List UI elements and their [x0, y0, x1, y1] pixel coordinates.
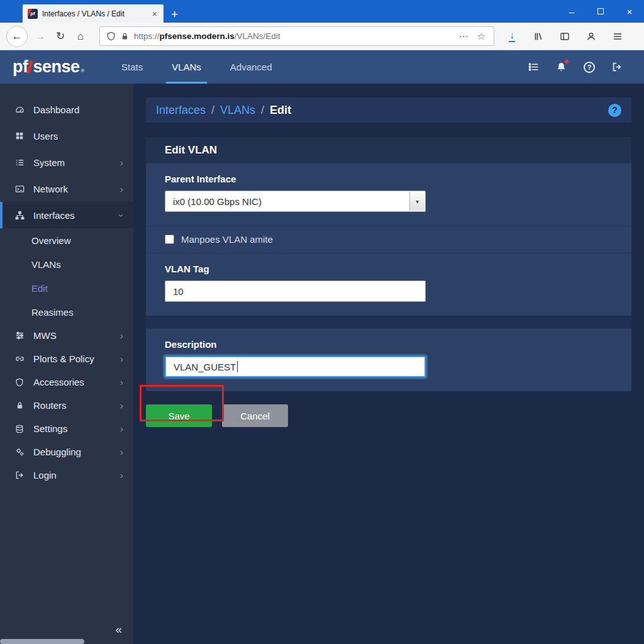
- chevron-right-icon: ›: [120, 377, 123, 387]
- logo-registered-mark: ®: [81, 68, 84, 74]
- nav-item-stats[interactable]: Stats: [107, 50, 157, 84]
- parent-interface-row: Parent Interface ix0 (10.00 Gbps NIC) ▾: [146, 163, 631, 226]
- logout-icon[interactable]: [612, 62, 623, 72]
- description-value: VLAN_GUEST: [174, 362, 236, 372]
- screen: pf Interfaces / VLANs / Edit × + – × ← →…: [0, 0, 644, 644]
- sidebar-item-debuggling[interactable]: Debuggling ›: [0, 440, 133, 464]
- back-button[interactable]: ←: [6, 26, 28, 47]
- sidebar-item-accessories[interactable]: Accessories ›: [0, 370, 133, 394]
- vlan-tag-row: VLAN Tag 10: [146, 253, 631, 316]
- downloads-button[interactable]: ↓: [502, 26, 522, 47]
- breadcrumb-separator: /: [211, 104, 214, 117]
- vlan-tag-input[interactable]: 10: [165, 280, 426, 302]
- forward-button[interactable]: →: [30, 26, 50, 47]
- download-icon: ↓: [509, 30, 515, 42]
- sidebar-item-plorts-policy[interactable]: Plorts & Policy ›: [0, 347, 133, 370]
- sidebar-item-label: Users: [33, 131, 58, 142]
- sidebar-toggle-button[interactable]: [555, 26, 575, 47]
- chevron-right-icon: ›: [120, 184, 123, 194]
- lock-icon: [121, 32, 129, 40]
- tab-close-icon[interactable]: ×: [151, 9, 158, 18]
- list-icon[interactable]: [528, 62, 539, 72]
- sidebar-item-label: Settings: [33, 423, 67, 434]
- form-actions: Save Cancel: [146, 404, 631, 427]
- menu-hamburger-icon[interactable]: [608, 26, 628, 47]
- sidebar-item-routers[interactable]: Routers ›: [0, 394, 133, 417]
- logo-sense: sense: [33, 57, 79, 77]
- minimize-button[interactable]: –: [557, 0, 586, 23]
- reload-button[interactable]: ↻: [50, 26, 70, 47]
- chevron-right-icon: ›: [120, 401, 123, 410]
- sidebar-collapse-icon[interactable]: «: [115, 623, 122, 636]
- sidebar-item-network[interactable]: Network ›: [0, 175, 133, 202]
- url-host: pfsense.modern.is: [160, 31, 235, 41]
- account-button[interactable]: [581, 26, 601, 47]
- logo-pf: pf: [13, 57, 28, 77]
- sidebar-item-label: Network: [33, 184, 68, 194]
- maximize-button[interactable]: [586, 0, 615, 23]
- window-controls: – ×: [557, 0, 644, 23]
- sidebar-item-users[interactable]: Users: [0, 123, 133, 149]
- tracking-shield-icon[interactable]: [106, 31, 116, 41]
- chevron-right-icon: ›: [120, 470, 123, 480]
- pfsense-logo[interactable]: pf sense ®: [13, 57, 84, 77]
- page-actions-icon[interactable]: ⋯: [457, 31, 470, 42]
- main-content: Interfaces / VLANs / Edit ? Edit VLAN Pa…: [133, 84, 644, 644]
- chevron-right-icon: ›: [120, 331, 123, 340]
- breadcrumb-separator: /: [261, 104, 264, 117]
- header-icons: ?: [528, 62, 631, 73]
- sidebar-item-login[interactable]: Login ›: [0, 464, 133, 487]
- page-help-icon[interactable]: ?: [608, 104, 621, 117]
- bookmark-star-icon[interactable]: ☆: [475, 31, 487, 42]
- sidebar-item-mws[interactable]: MWS ›: [0, 324, 133, 347]
- close-window-button[interactable]: ×: [615, 0, 644, 23]
- sidebar-item-label: Dashboard: [33, 104, 79, 115]
- browser-tab[interactable]: pf Interfaces / VLANs / Edit ×: [23, 4, 164, 23]
- description-row: Description VLAN_GUEST: [146, 328, 631, 391]
- breadcrumb-link-vlans[interactable]: VLANs: [220, 104, 255, 117]
- horizontal-scrollbar-thumb[interactable]: [0, 639, 84, 644]
- sidebar-item-interfaces[interactable]: Interfaces ›: [0, 202, 133, 228]
- dashboard-icon: [14, 105, 25, 114]
- url-bar[interactable]: https://pfsense.modern.is/VLANs/Edit ⋯ ☆: [99, 26, 494, 46]
- new-tab-button[interactable]: +: [171, 8, 178, 20]
- breadcrumb-current-edit: Edit: [270, 104, 291, 117]
- help-icon[interactable]: ?: [584, 62, 595, 73]
- sidebar-item-label: Plorts & Policy: [33, 353, 94, 364]
- app-header: pf sense ® Stats VLANs Advanced ?: [0, 50, 644, 84]
- parent-interface-select[interactable]: ix0 (10.00 Gbps NIC) ▾: [165, 191, 426, 212]
- vlan-checkbox-row: Manpoes VLAN amite: [146, 226, 631, 253]
- sidebar-subitem-overview[interactable]: Overview: [0, 228, 133, 252]
- save-button[interactable]: Save: [146, 404, 212, 427]
- breadcrumb-link-interfaces[interactable]: Interfaces: [156, 104, 206, 117]
- url-text: https://pfsense.modern.is/VLANs/Edit: [134, 31, 452, 41]
- sidebar-subitem-vlans[interactable]: VLANs: [0, 252, 133, 276]
- sidebar: Dashboard Users System › Network › Inter…: [0, 84, 133, 644]
- url-path: /VLANs/Edit: [235, 31, 280, 41]
- select-dropdown-icon[interactable]: ▾: [409, 192, 425, 211]
- cancel-button[interactable]: Cancel: [222, 404, 288, 427]
- sidebar-item-system[interactable]: System ›: [0, 149, 133, 175]
- sidebar-item-settings[interactable]: Settings ›: [0, 417, 133, 440]
- sidebar-subitem-reasimes[interactable]: Reasimes: [0, 300, 133, 324]
- description-label: Description: [165, 339, 613, 350]
- library-button[interactable]: [528, 26, 548, 47]
- toolbar-right: ↓: [502, 26, 628, 47]
- sidebar-item-dashboard[interactable]: Dashboard: [0, 96, 133, 123]
- sidebar-item-label: System: [33, 157, 65, 168]
- tab-title: Interfaces / VLANs / Edit: [42, 9, 147, 18]
- database-icon: [14, 425, 25, 433]
- system-list-icon: [14, 158, 25, 167]
- description-input[interactable]: VLAN_GUEST: [165, 356, 426, 377]
- vlan-checkbox[interactable]: [165, 235, 174, 244]
- lock-icon: [14, 401, 25, 409]
- home-button[interactable]: ⌂: [70, 26, 91, 47]
- sidebar-item-label: MWS: [33, 330, 57, 341]
- app-nav: Stats VLANs Advanced: [107, 50, 287, 84]
- nav-item-advanced[interactable]: Advanced: [216, 50, 287, 84]
- sidebar-item-label: Routers: [33, 400, 67, 411]
- sidebar-subitem-edit[interactable]: Edit: [0, 276, 133, 300]
- panel-title: Edit VLAN: [146, 137, 631, 163]
- nav-item-vlans[interactable]: VLANs: [157, 50, 216, 84]
- notifications-bell-icon[interactable]: [556, 62, 567, 72]
